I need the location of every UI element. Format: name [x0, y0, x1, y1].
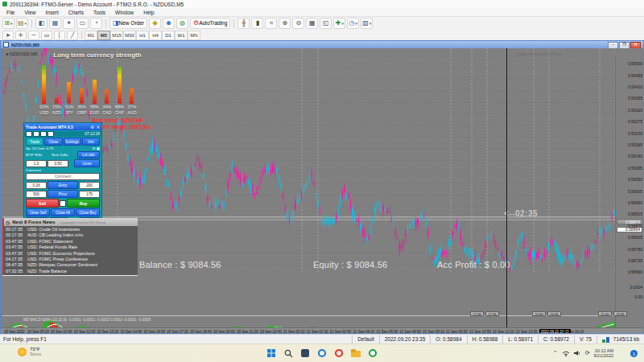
opera-browser-icon[interactable]: [333, 348, 345, 359]
file-explorer-icon[interactable]: [350, 348, 361, 359]
crosshair-tool-button[interactable]: ✛: [15, 31, 27, 40]
trade-panel-titlebar[interactable]: Trade Assistant MT4 9.5 ⚙ ✕: [24, 123, 101, 130]
trendline-tool-button[interactable]: ╱: [67, 31, 78, 40]
timeframe-m5[interactable]: M5: [97, 31, 110, 40]
toolbar-line-chart-button[interactable]: ≈: [265, 18, 277, 29]
timeframe-m30[interactable]: M30: [123, 31, 136, 40]
close-buy-button[interactable]: Close Buy: [76, 208, 100, 216]
risk-labels-row: R/TP R/SL Risk %/Ba Lot calc: [26, 151, 100, 158]
sell-button[interactable]: Sell: [26, 199, 59, 208]
toolbar-bar-chart-button[interactable]: ╫: [237, 18, 250, 29]
toolbar-terminal-button[interactable]: ▭: [76, 18, 89, 29]
tab-info[interactable]: Info: [82, 138, 100, 146]
menu-tools[interactable]: Tools: [89, 10, 110, 15]
app-titlebar[interactable]: 2091136394: FTMO-Server - Demo Account -…: [0, 0, 644, 8]
entry-field[interactable]: 200: [79, 182, 100, 189]
sl-field[interactable]: 500: [26, 191, 47, 198]
toolbar-strategy-tester-button[interactable]: ◔: [90, 18, 102, 29]
menu-file[interactable]: File: [2, 10, 19, 15]
toolbar-templates-button[interactable]: ▧▾: [361, 18, 373, 29]
tab-settings[interactable]: Settings: [64, 138, 81, 146]
toolbar-indicators-button[interactable]: ✚▾: [333, 18, 345, 29]
time-axis[interactable]: 20 Sep 202220 Sep 09:2020 Sep 10:4020 Se…: [1, 327, 643, 333]
excel-app-icon[interactable]: [367, 348, 378, 359]
news-header[interactable]: ◷ Next 8 Forex News Copyrights DaVinci F…: [2, 218, 138, 226]
tab-trade[interactable]: Trade: [26, 138, 43, 146]
notification-badge[interactable]: 1: [630, 350, 638, 357]
tray-expand-icon[interactable]: ⌃: [553, 350, 558, 356]
status-profile[interactable]: Default: [352, 335, 379, 343]
toolbar-cascade-windows-button[interactable]: ◱: [320, 18, 332, 29]
timeframe-m15[interactable]: M15: [110, 31, 123, 40]
timeframe-d1[interactable]: D1: [162, 31, 175, 40]
widget-icon[interactable]: [40, 131, 47, 137]
confirm-checkbox[interactable]: [60, 200, 66, 207]
menu-window[interactable]: Window: [110, 10, 138, 15]
gear-icon[interactable]: ⚙: [90, 125, 93, 130]
tp-field[interactable]: 175: [79, 191, 100, 198]
chart-area[interactable]: ◂ NZDUSD,M5 Trade Assistant MT4 ⚙ Long t…: [1, 48, 643, 333]
toolbar-periods-button[interactable]: ◷▾: [347, 18, 359, 29]
widget-icon[interactable]: [47, 131, 54, 137]
toolbar-metaeditor-button[interactable]: ◆: [149, 18, 161, 29]
timeframe-m1[interactable]: M1: [85, 31, 97, 40]
buy-button[interactable]: Buy: [67, 199, 100, 208]
tab-close[interactable]: Close: [44, 138, 62, 146]
timeframe-mn[interactable]: MN: [188, 31, 200, 40]
sync-icon[interactable]: ⟳: [585, 350, 590, 356]
toolbar-profiles-button[interactable]: ▤▾: [16, 18, 28, 29]
autotrading-button[interactable]: ⚙ AutoTrading: [190, 18, 230, 29]
wifi-icon[interactable]: [562, 350, 570, 356]
search-icon[interactable]: [283, 348, 294, 359]
pin-icon[interactable]: ▣: [97, 146, 100, 150]
timeframe-h1[interactable]: H1: [136, 31, 149, 40]
strength-currencies: USDNZDJPYGBPEURCADCHFAUD: [38, 110, 138, 115]
toolbar-zoom-out-button[interactable]: ⊖: [292, 18, 304, 29]
new-order-button[interactable]: ◨ New Order: [109, 18, 147, 29]
lot-calc-button[interactable]: Lot calc: [77, 151, 100, 158]
risk-field[interactable]: 0.50: [47, 160, 68, 167]
lot-field[interactable]: 0.26: [26, 182, 47, 189]
start-button[interactable]: [266, 348, 277, 359]
edge-browser-icon[interactable]: [316, 348, 328, 359]
timeframe-h4[interactable]: H4: [149, 31, 162, 40]
timeframe-w1[interactable]: W1: [175, 31, 188, 40]
menu-help[interactable]: Help: [138, 10, 159, 15]
entry-button[interactable]: Entry: [47, 181, 78, 189]
close-icon[interactable]: ✕: [97, 125, 100, 130]
volume-icon[interactable]: [574, 350, 581, 356]
price-axis[interactable]: 0.58874 0.58864 0.595000.594550.594100.5…: [615, 56, 643, 333]
toolbar-navigator-button[interactable]: ✦: [63, 18, 75, 29]
toolbar-website-button[interactable]: ◍: [176, 18, 188, 29]
channel-tool-button[interactable]: ▭: [41, 31, 52, 40]
strength-title: Long term currency strength: [25, 51, 170, 59]
gear-icon[interactable]: ⚙: [93, 146, 96, 150]
rr-field[interactable]: 1.0: [26, 160, 47, 167]
widget-icon[interactable]: [26, 131, 32, 137]
hline-tool-button[interactable]: ─: [28, 31, 39, 40]
price-button[interactable]: Price: [47, 190, 78, 198]
toolbar-tile-windows-button[interactable]: ▦: [306, 18, 318, 29]
event-time-marker: 20:36: [547, 311, 561, 316]
vline-tool-button[interactable]: │: [54, 31, 65, 40]
toolbar-zoom-in-button[interactable]: ⊕: [279, 18, 291, 29]
lines-button[interactable]: Lines: [74, 159, 100, 167]
chart-window-titlebar[interactable]: NZDUSD,M5 ─ ❐ ✕: [1, 41, 643, 48]
toolbar-data-window-button[interactable]: ▦: [49, 18, 61, 29]
toolbar-market-watch-button[interactable]: ◧: [35, 18, 47, 29]
widget-icon[interactable]: [33, 131, 39, 137]
close-all-button[interactable]: Close All: [51, 208, 75, 216]
pointer-tool-button[interactable]: ➤: [2, 31, 14, 40]
comment-input[interactable]: Comment: [26, 173, 100, 180]
weather-widget[interactable]: 73°F Sunny: [18, 347, 41, 356]
menu-view[interactable]: View: [19, 10, 40, 15]
toolbar-candle-chart-button[interactable]: ▮: [251, 18, 263, 29]
menu-charts[interactable]: Charts: [64, 10, 89, 15]
toolbar-community-button[interactable]: ☻: [163, 18, 175, 29]
news-item: 07:32:35NZD: Trade Balance: [6, 269, 138, 274]
toolbar-new-chart-button[interactable]: ⊞▾: [2, 18, 14, 29]
menu-insert[interactable]: Insert: [40, 10, 63, 15]
taskbar-clock[interactable]: 10:12 AM 9/21/2022: [594, 348, 613, 359]
close-sell-button[interactable]: Close Sell: [26, 208, 50, 216]
task-view-icon[interactable]: [299, 348, 311, 359]
